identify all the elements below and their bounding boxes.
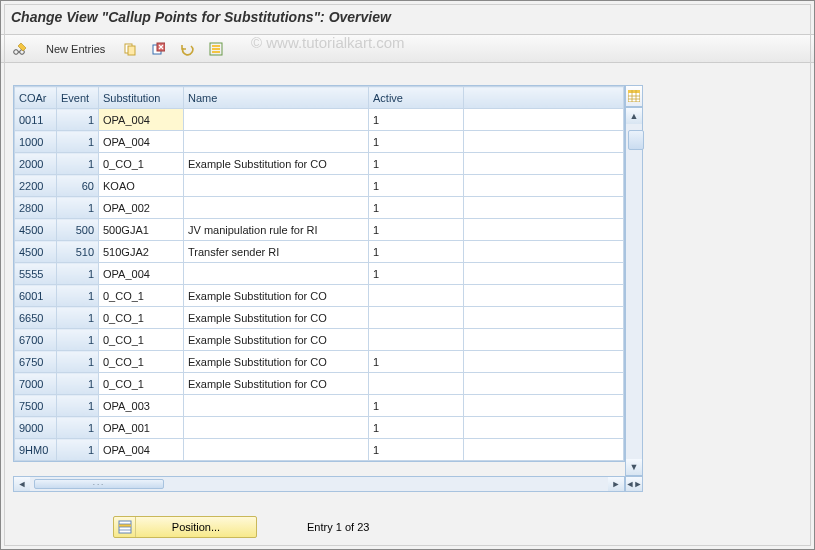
cell-active[interactable] (369, 329, 464, 351)
cell-substitution[interactable]: OPA_004 (99, 131, 184, 153)
cell-name[interactable]: Example Substitution for CO (184, 373, 369, 395)
cell-coar[interactable]: 6750 (15, 351, 57, 373)
cell-substitution[interactable]: 0_CO_1 (99, 307, 184, 329)
cell-coar[interactable]: 5555 (15, 263, 57, 285)
cell-coar[interactable]: 2200 (15, 175, 57, 197)
new-entries-button[interactable]: New Entries (37, 39, 114, 59)
table-row[interactable]: 90001OPA_0011 (15, 417, 624, 439)
cell-extra[interactable] (464, 285, 624, 307)
cell-substitution[interactable]: OPA_004 (99, 263, 184, 285)
cell-extra[interactable] (464, 175, 624, 197)
col-header-substitution[interactable]: Substitution (99, 87, 184, 109)
cell-active[interactable]: 1 (369, 109, 464, 131)
table-row[interactable]: 55551OPA_0041 (15, 263, 624, 285)
table-row[interactable]: 665010_CO_1Example Substitution for CO (15, 307, 624, 329)
cell-active[interactable]: 1 (369, 395, 464, 417)
scroll-right-arrow[interactable]: ► (608, 477, 624, 491)
cell-substitution[interactable]: OPA_001 (99, 417, 184, 439)
cell-event[interactable]: 1 (57, 373, 99, 395)
scroll-left-arrow[interactable]: ◄ (14, 477, 30, 491)
table-row[interactable]: 200010_CO_1Example Substitution for CO1 (15, 153, 624, 175)
cell-coar[interactable]: 7500 (15, 395, 57, 417)
cell-active[interactable]: 1 (369, 153, 464, 175)
table-row[interactable]: 75001OPA_0031 (15, 395, 624, 417)
table-row[interactable]: 10001OPA_0041 (15, 131, 624, 153)
cell-name[interactable] (184, 131, 369, 153)
cell-coar[interactable]: 0011 (15, 109, 57, 131)
cell-extra[interactable] (464, 131, 624, 153)
table-row[interactable]: 700010_CO_1Example Substitution for CO (15, 373, 624, 395)
col-header-extra[interactable] (464, 87, 624, 109)
scroll-down-arrow[interactable]: ▼ (626, 459, 642, 475)
cell-substitution[interactable]: OPA_002 (99, 197, 184, 219)
undo-button[interactable] (174, 39, 200, 59)
col-header-coar[interactable]: COAr (15, 87, 57, 109)
cell-coar[interactable]: 9HM0 (15, 439, 57, 461)
cell-event[interactable]: 1 (57, 109, 99, 131)
cell-extra[interactable] (464, 153, 624, 175)
cell-extra[interactable] (464, 395, 624, 417)
cell-extra[interactable] (464, 241, 624, 263)
cell-active[interactable]: 1 (369, 351, 464, 373)
cell-name[interactable]: Example Substitution for CO (184, 329, 369, 351)
cell-name[interactable] (184, 197, 369, 219)
cell-substitution[interactable]: OPA_004 (99, 109, 184, 131)
cell-substitution[interactable]: 510GJA2 (99, 241, 184, 263)
cell-coar[interactable]: 1000 (15, 131, 57, 153)
cell-active[interactable] (369, 307, 464, 329)
hscroll-track[interactable]: ··· (30, 477, 608, 491)
cell-name[interactable]: Transfer sender RI (184, 241, 369, 263)
cell-substitution[interactable]: OPA_003 (99, 395, 184, 417)
cell-active[interactable]: 1 (369, 197, 464, 219)
table-row[interactable]: 220060KOAO1 (15, 175, 624, 197)
horizontal-scrollbar-right[interactable]: ◄ ► (625, 476, 643, 492)
cell-name[interactable]: Example Substitution for CO (184, 153, 369, 175)
cell-active[interactable] (369, 285, 464, 307)
table-row[interactable]: 28001OPA_0021 (15, 197, 624, 219)
cell-coar[interactable]: 6700 (15, 329, 57, 351)
vertical-scrollbar[interactable]: ▲ ▼ (625, 107, 643, 476)
cell-event[interactable]: 1 (57, 417, 99, 439)
cell-extra[interactable] (464, 109, 624, 131)
cell-active[interactable] (369, 373, 464, 395)
position-button[interactable]: Position... (113, 516, 257, 538)
table-row[interactable]: 600110_CO_1Example Substitution for CO (15, 285, 624, 307)
scroll-right2-arrow[interactable]: ► (634, 477, 642, 491)
scroll-up-arrow[interactable]: ▲ (626, 108, 642, 124)
cell-coar[interactable]: 7000 (15, 373, 57, 395)
cell-coar[interactable]: 2000 (15, 153, 57, 175)
toggle-change-button[interactable] (7, 39, 33, 59)
cell-substitution[interactable]: 0_CO_1 (99, 153, 184, 175)
cell-active[interactable]: 1 (369, 131, 464, 153)
cell-event[interactable]: 1 (57, 131, 99, 153)
vscroll-thumb[interactable] (628, 130, 644, 150)
cell-substitution[interactable]: 0_CO_1 (99, 329, 184, 351)
cell-event[interactable]: 1 (57, 285, 99, 307)
cell-event[interactable]: 60 (57, 175, 99, 197)
cell-active[interactable]: 1 (369, 175, 464, 197)
cell-name[interactable] (184, 263, 369, 285)
cell-name[interactable]: Example Substitution for CO (184, 285, 369, 307)
select-all-button[interactable] (204, 39, 228, 59)
cell-name[interactable]: JV manipulation rule for RI (184, 219, 369, 241)
cell-event[interactable]: 1 (57, 329, 99, 351)
cell-active[interactable]: 1 (369, 417, 464, 439)
grid-settings-button[interactable] (625, 85, 643, 107)
cell-coar[interactable]: 4500 (15, 219, 57, 241)
cell-name[interactable] (184, 417, 369, 439)
data-grid[interactable]: COAr Event Substitution Name Active 0011… (13, 85, 625, 462)
cell-active[interactable]: 1 (369, 241, 464, 263)
cell-event[interactable]: 510 (57, 241, 99, 263)
table-row[interactable]: 4500500500GJA1JV manipulation rule for R… (15, 219, 624, 241)
cell-active[interactable]: 1 (369, 263, 464, 285)
cell-extra[interactable] (464, 373, 624, 395)
cell-substitution[interactable]: 0_CO_1 (99, 285, 184, 307)
cell-extra[interactable] (464, 329, 624, 351)
cell-extra[interactable] (464, 439, 624, 461)
cell-extra[interactable] (464, 307, 624, 329)
cell-event[interactable]: 1 (57, 307, 99, 329)
col-header-active[interactable]: Active (369, 87, 464, 109)
horizontal-scrollbar[interactable]: ◄ ··· ► (13, 476, 625, 492)
cell-event[interactable]: 1 (57, 439, 99, 461)
hscroll-thumb[interactable]: ··· (34, 479, 164, 489)
